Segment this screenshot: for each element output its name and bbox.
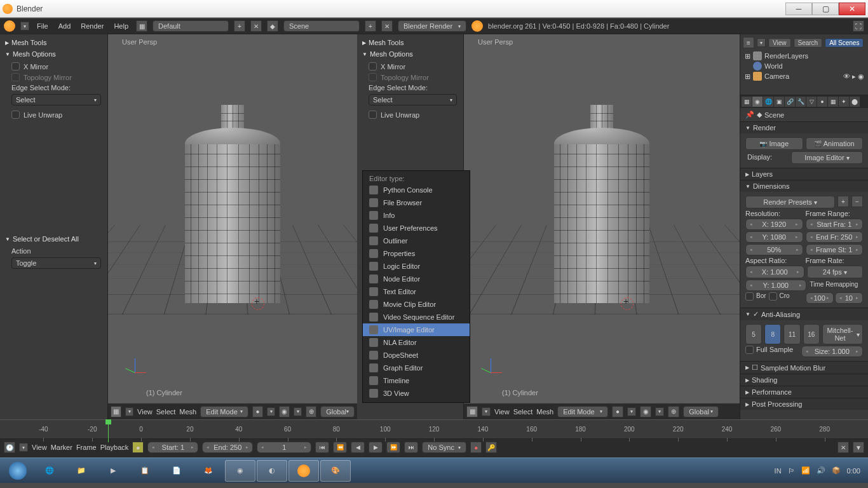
tab-object[interactable]: ▣ xyxy=(774,97,784,107)
tab-world[interactable]: 🌐 xyxy=(763,97,773,107)
outliner-search[interactable]: Search xyxy=(794,38,823,48)
panel-render[interactable]: Render xyxy=(740,121,868,133)
tab-particles[interactable]: ✦ xyxy=(839,97,849,107)
tab-data[interactable]: ▽ xyxy=(806,97,817,107)
editor-type-item[interactable]: Logic Editor xyxy=(363,260,470,273)
panel-layers[interactable]: Layers xyxy=(740,168,868,180)
panel-postprocessing[interactable]: Post Processing xyxy=(740,398,868,410)
tree-camera[interactable]: ⊞Camera👁 ▸ ◉ xyxy=(744,71,864,81)
close-button[interactable]: ✕ xyxy=(839,3,865,15)
pivot-select[interactable]: ◉ xyxy=(279,406,290,417)
frame-step[interactable]: Frame St: 1 xyxy=(806,244,864,255)
editor-type-3dview-2[interactable]: ▦ xyxy=(466,406,478,417)
frame-end[interactable]: End Fr: 250 xyxy=(806,231,864,243)
fps-select[interactable]: 24 fps▾ xyxy=(807,266,864,278)
taskbar-app3[interactable]: ◉ xyxy=(225,460,255,482)
current-frame[interactable]: 1 xyxy=(257,442,311,453)
menu-help[interactable]: Help xyxy=(111,21,131,31)
taskbar-chrome[interactable]: ◐ xyxy=(257,460,287,482)
mode-select[interactable]: Edit Mode▾ xyxy=(200,406,248,417)
taskbar-explorer[interactable]: 📁 xyxy=(66,460,97,482)
aa-8[interactable]: 8 xyxy=(764,324,781,344)
tree-renderlayers[interactable]: ⊞RenderLayers xyxy=(744,51,864,61)
panel-mesh-options-2[interactable]: Mesh Options xyxy=(360,48,461,60)
menu-render[interactable]: Render xyxy=(78,21,106,31)
keying-set-icon[interactable]: 🔑 xyxy=(485,442,497,453)
mesh-object-2[interactable] xyxy=(554,105,649,308)
auto-keyframe-icon[interactable]: ● xyxy=(132,442,144,453)
editor-type-item[interactable]: DopeSheet xyxy=(363,349,470,362)
outliner-filter[interactable]: All Scenes xyxy=(825,38,864,48)
scene-field[interactable]: Scene xyxy=(283,20,360,32)
editor-type-dropdown-2[interactable]: ▾ xyxy=(482,407,491,416)
tray-dropbox-icon[interactable]: 📦 xyxy=(832,466,841,475)
editor-type-item[interactable]: Info xyxy=(363,209,470,222)
panel-select-deselect[interactable]: Select or Deselect All xyxy=(3,233,105,245)
menu-select[interactable]: Select xyxy=(156,408,176,416)
minimize-button[interactable]: ─ xyxy=(785,3,812,15)
aa-filter[interactable]: Mitchell-Net▾ xyxy=(822,324,863,344)
editor-type-item[interactable]: Node Editor xyxy=(363,273,470,285)
panel-motion-blur[interactable]: ☐ Sampled Motion Blur xyxy=(740,361,868,374)
editor-type-item[interactable]: Text Editor xyxy=(363,285,470,298)
res-x[interactable]: X: 1920 xyxy=(745,219,803,230)
editor-type-item[interactable]: Timeline xyxy=(363,374,470,387)
res-pct[interactable]: 50% xyxy=(745,244,803,255)
aa-5[interactable]: 5 xyxy=(745,324,762,344)
jump-prev-key[interactable]: ⏪ xyxy=(333,442,347,453)
play[interactable]: ▶ xyxy=(369,442,383,453)
tab-texture[interactable]: ▦ xyxy=(828,97,838,107)
taskbar-app2[interactable]: 📄 xyxy=(161,460,192,482)
menu-add[interactable]: Add xyxy=(56,21,74,31)
render-presets[interactable]: Render Presets▾ xyxy=(745,196,835,208)
scene-add[interactable]: + xyxy=(365,20,376,32)
sync-mode[interactable]: No Sync▾ xyxy=(422,442,466,453)
render-animation-button[interactable]: 🎬Animation xyxy=(806,137,864,150)
editor-type-info[interactable]: ▾ xyxy=(20,22,29,30)
outliner-editor-icon[interactable]: ≡ xyxy=(743,37,754,48)
editor-type-3dview[interactable]: ▦ xyxy=(111,406,121,417)
layout-add[interactable]: + xyxy=(234,20,245,32)
editor-type-dropdown[interactable]: ▾ xyxy=(125,407,133,416)
aa-11[interactable]: 11 xyxy=(783,324,800,344)
jump-first[interactable]: ⏮ xyxy=(315,442,329,453)
shading-mode[interactable]: ● xyxy=(252,406,263,417)
taskbar-app1[interactable]: 📋 xyxy=(130,460,160,482)
tray-volume-icon[interactable]: 🔊 xyxy=(817,466,825,475)
timeline-editor-icon[interactable]: 🕐 xyxy=(4,442,15,453)
start-frame[interactable]: Start: 1 xyxy=(147,442,198,453)
layout-icon[interactable]: ▦ xyxy=(136,20,147,32)
outliner-view[interactable]: View xyxy=(768,38,791,48)
panel-shading[interactable]: Shading xyxy=(740,374,868,386)
tree-world[interactable]: World xyxy=(744,61,864,71)
start-button[interactable] xyxy=(3,460,33,482)
editor-type-item[interactable]: Graph Editor xyxy=(363,362,470,374)
panel-anti-aliasing[interactable]: ✓ Anti-Aliasing xyxy=(740,308,868,320)
render-engine-select[interactable]: Blender Render▾ xyxy=(398,20,466,32)
tray-lang[interactable]: IN xyxy=(775,467,782,475)
tab-constraints[interactable]: 🔗 xyxy=(785,97,795,107)
frame-start[interactable]: Start Fra: 1 xyxy=(806,219,864,230)
layout-remove[interactable]: ✕ xyxy=(250,20,262,32)
live-unwrap-checkbox[interactable] xyxy=(11,111,20,119)
panel-mesh-tools[interactable]: Mesh Tools xyxy=(3,37,105,48)
jump-next-key[interactable]: ⏩ xyxy=(386,442,400,453)
menu-view[interactable]: View xyxy=(137,408,153,416)
tab-scene[interactable]: ◉ xyxy=(752,97,763,107)
editor-type-item[interactable]: UV/Image Editor xyxy=(363,323,470,336)
taskbar-blender[interactable] xyxy=(288,460,319,482)
aspect-y[interactable]: Y: 1.000 xyxy=(745,280,806,291)
orientation-select[interactable]: Global▾ xyxy=(320,406,355,417)
panel-mesh-options[interactable]: Mesh Options xyxy=(3,48,105,60)
panel-performance[interactable]: Performance xyxy=(740,386,868,398)
taskbar-ie[interactable]: 🌐 xyxy=(34,460,65,482)
editor-type-item[interactable]: 3D View xyxy=(363,387,470,400)
editor-type-item[interactable]: User Preferences xyxy=(363,222,470,234)
jump-last[interactable]: ⏭ xyxy=(404,442,418,453)
tray-network-icon[interactable]: 📶 xyxy=(801,466,810,475)
editor-type-item[interactable]: NLA Editor xyxy=(363,336,470,349)
aspect-x[interactable]: X: 1.000 xyxy=(745,266,804,278)
res-y[interactable]: Y: 1080 xyxy=(745,231,803,243)
taskbar-media[interactable]: ▶ xyxy=(98,460,128,482)
aa-size[interactable]: Size: 1.000 xyxy=(801,346,864,357)
